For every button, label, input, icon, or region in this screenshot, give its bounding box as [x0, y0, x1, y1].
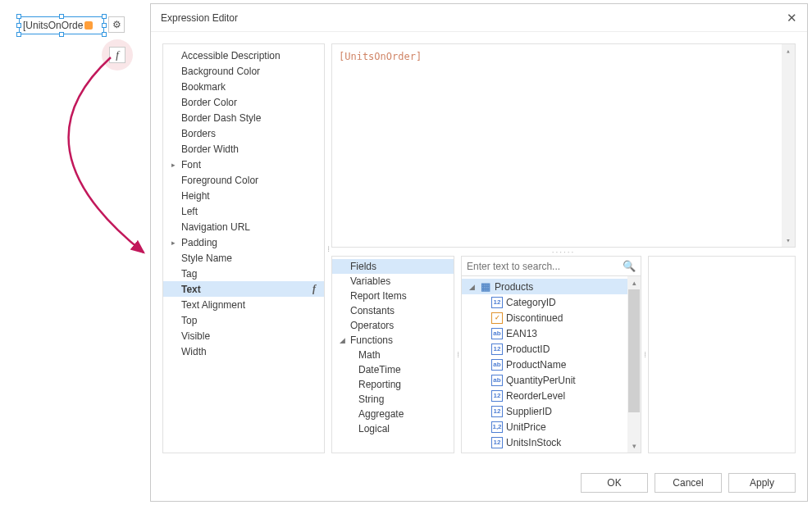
property-item[interactable]: Borders: [163, 125, 324, 141]
categories-panel[interactable]: FieldsVariablesReport ItemsConstantsOper…: [331, 256, 454, 453]
fx-icon: f: [116, 48, 119, 61]
search-icon[interactable]: 🔍: [623, 260, 636, 272]
property-item[interactable]: Text Alignment: [163, 297, 324, 312]
expand-icon: ▸: [168, 161, 178, 169]
design-canvas: [UnitsOnOrde ⚙ f: [0, 0, 148, 505]
category-sub-item[interactable]: Math: [332, 348, 454, 362]
property-label: Visible: [178, 330, 319, 342]
apply-button[interactable]: Apply: [728, 473, 796, 493]
annotation-arrow: [4, 49, 168, 262]
property-label: Left: [178, 206, 319, 217]
property-label: Border Dash Style: [178, 112, 319, 124]
expression-textbox[interactable]: [UnitsOnOrder] ▴ ▾: [331, 43, 796, 248]
scrollbar-track[interactable]: [782, 44, 795, 247]
tree-item[interactable]: 12SupplierID: [462, 403, 641, 419]
property-item[interactable]: Top: [163, 312, 324, 328]
property-item[interactable]: Border Width: [163, 141, 324, 157]
apply-label: Apply: [750, 477, 774, 489]
resize-handle[interactable]: [102, 32, 107, 37]
property-item[interactable]: Bookmark: [163, 79, 324, 94]
property-label: Style Name: [178, 252, 319, 264]
category-sub-item[interactable]: Logical: [332, 421, 454, 436]
resize-handle[interactable]: [102, 14, 107, 19]
resize-handle[interactable]: [16, 32, 21, 37]
ok-button[interactable]: OK: [581, 473, 648, 493]
category-sub-item[interactable]: Aggregate: [332, 407, 454, 421]
category-sub-item[interactable]: DateTime: [332, 362, 454, 377]
property-item[interactable]: ▸Padding: [163, 234, 324, 250]
tree-item-label: Discontinued: [506, 312, 563, 324]
vertical-splitter[interactable]: ⁞: [454, 256, 461, 453]
search-input[interactable]: [467, 261, 623, 272]
fx-button[interactable]: f: [109, 47, 125, 63]
category-label: Fields: [347, 261, 376, 272]
property-label: Border Color: [178, 97, 319, 108]
property-item[interactable]: Foreground Color: [163, 172, 324, 188]
property-item[interactable]: Border Dash Style: [163, 110, 324, 125]
property-item[interactable]: Navigation URL: [163, 219, 324, 234]
property-item[interactable]: Tag: [163, 266, 324, 281]
property-item[interactable]: Border Color: [163, 94, 324, 110]
tree-item[interactable]: abQuantityPerUnit: [462, 372, 641, 388]
property-item[interactable]: Height: [163, 188, 324, 203]
tree-item[interactable]: 12UnitsInStock: [462, 434, 641, 450]
property-label: Font: [178, 159, 319, 171]
scroll-down-icon[interactable]: ▾: [627, 439, 641, 453]
property-item[interactable]: ▸Font: [163, 157, 324, 172]
resize-handle[interactable]: [102, 23, 107, 28]
search-box: 🔍: [461, 256, 641, 275]
fx-icon: f: [312, 283, 319, 295]
property-label: Foreground Color: [178, 175, 319, 186]
table-icon: ▦: [480, 281, 491, 293]
property-label: Borders: [178, 128, 319, 139]
horizontal-splitter[interactable]: ······: [331, 248, 796, 256]
property-item[interactable]: Width: [163, 343, 324, 359]
category-item[interactable]: ◢Functions: [332, 333, 454, 348]
category-item[interactable]: Operators: [332, 318, 454, 333]
tree-item[interactable]: ✓Discontinued: [462, 310, 641, 325]
resize-handle[interactable]: [16, 14, 21, 19]
property-item[interactable]: Left: [163, 203, 324, 219]
property-item[interactable]: Style Name: [163, 250, 324, 266]
vertical-splitter[interactable]: ⁞: [641, 256, 648, 453]
property-label: Text Alignment: [178, 299, 319, 311]
close-button[interactable]: ✕: [787, 11, 797, 25]
properties-panel[interactable]: Accessible DescriptionBackground ColorBo…: [162, 43, 325, 453]
category-sub-item[interactable]: Reporting: [332, 377, 454, 392]
fields-tree[interactable]: ◢▦Products 12CategoryID✓DiscontinuedabEA…: [461, 275, 641, 453]
category-item[interactable]: Constants: [332, 303, 454, 318]
type-icon: ab: [491, 359, 503, 371]
tree-item[interactable]: 12ProductID: [462, 341, 641, 357]
property-item[interactable]: Background Color: [163, 63, 324, 79]
property-item[interactable]: Visible: [163, 328, 324, 343]
scroll-up-icon[interactable]: ▴: [782, 44, 795, 57]
scroll-up-icon[interactable]: ▴: [627, 276, 641, 289]
type-icon: 12: [491, 406, 503, 417]
property-item[interactable]: Textf: [163, 281, 324, 297]
tree-root[interactable]: ◢▦Products: [462, 279, 627, 294]
tree-item[interactable]: 12ReorderLevel: [462, 388, 641, 403]
category-sub-item[interactable]: String: [332, 392, 454, 407]
category-item[interactable]: Report Items: [332, 289, 454, 303]
tree-item[interactable]: abEAN13: [462, 325, 641, 341]
type-icon: ab: [491, 375, 503, 386]
vertical-splitter[interactable]: ⁞: [325, 43, 331, 453]
tree-item[interactable]: abProductName: [462, 357, 641, 372]
category-item[interactable]: Variables: [332, 274, 454, 289]
property-item[interactable]: Accessible Description: [163, 48, 324, 63]
tree-item-label: ProductID: [506, 343, 550, 355]
category-label: String: [337, 394, 384, 405]
category-label: Functions: [347, 334, 393, 346]
resize-handle[interactable]: [59, 14, 64, 19]
resize-handle[interactable]: [16, 23, 21, 28]
resize-handle[interactable]: [59, 32, 64, 37]
smart-tag-button[interactable]: ⚙: [108, 16, 125, 33]
scroll-down-icon[interactable]: ▾: [782, 234, 795, 247]
tree-item[interactable]: 1,2UnitPrice: [462, 419, 641, 434]
cancel-button[interactable]: Cancel: [655, 473, 722, 493]
dialog-body: Accessible DescriptionBackground ColorBo…: [151, 32, 807, 465]
scrollbar-thumb[interactable]: [628, 289, 640, 412]
category-item[interactable]: Fields: [332, 259, 454, 274]
tree-item[interactable]: 12CategoryID: [462, 294, 641, 310]
property-label: Padding: [178, 237, 319, 248]
